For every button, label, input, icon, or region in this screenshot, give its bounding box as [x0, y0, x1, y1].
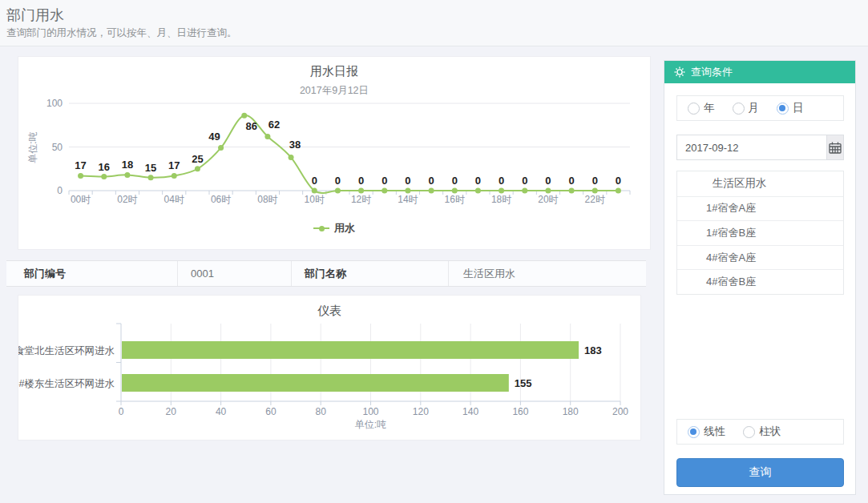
svg-text:00时: 00时	[71, 194, 91, 205]
radio-linear-label: 线性	[704, 425, 725, 439]
radio-day[interactable]: 日	[777, 101, 804, 115]
svg-text:120: 120	[413, 406, 429, 417]
svg-text:38: 38	[289, 139, 301, 151]
svg-text:50: 50	[52, 142, 63, 153]
calendar-button[interactable]	[826, 135, 844, 160]
svg-text:180: 180	[563, 406, 579, 417]
radio-month[interactable]: 月	[733, 101, 760, 115]
svg-text:0: 0	[312, 175, 317, 187]
period-radio-group: 年 月 日	[676, 95, 844, 121]
date-picker-group	[676, 135, 844, 160]
svg-text:0: 0	[499, 175, 504, 187]
radio-day-circle[interactable]	[777, 103, 789, 115]
legend-series-label: 用水	[334, 221, 355, 235]
svg-text:18: 18	[122, 159, 133, 171]
sidebar-header: 查询条件	[664, 61, 855, 83]
svg-text:0: 0	[358, 175, 364, 187]
department-info-table: 部门编号 0001 部门名称 生活区用水	[6, 260, 646, 287]
svg-text:0: 0	[592, 175, 598, 187]
svg-text:18时: 18时	[491, 194, 511, 205]
line-chart-title: 用水日报	[18, 64, 650, 79]
svg-text:02时: 02时	[117, 194, 137, 205]
radio-day-label: 日	[793, 101, 804, 115]
dept-code-label: 部门编号	[6, 261, 178, 286]
svg-text:15: 15	[145, 162, 156, 174]
bar-chart-title: 仪表	[18, 304, 640, 319]
svg-text:140: 140	[462, 406, 478, 417]
tree-item-dorm-4b[interactable]: 4#宿舍B座	[677, 269, 843, 294]
calendar-icon	[829, 142, 842, 154]
svg-text:14时: 14时	[398, 194, 418, 205]
radio-bar-circle[interactable]	[743, 426, 755, 438]
svg-text:20: 20	[166, 406, 177, 417]
gear-icon	[674, 66, 685, 78]
radio-year[interactable]: 年	[688, 101, 715, 115]
radio-bar[interactable]: 柱状	[743, 425, 781, 439]
dept-name-value: 生活区用水	[449, 261, 646, 286]
svg-text:0: 0	[475, 175, 481, 187]
tree-item-dorm-1a[interactable]: 1#宿舍A座	[677, 196, 843, 221]
page-title: 部门用水	[6, 6, 64, 25]
svg-text:0: 0	[568, 175, 574, 187]
query-conditions-sidebar: 查询条件 年 月 日 生活区用水 1#宿舍A座 1#宿舍B	[664, 60, 856, 495]
radio-month-label: 月	[749, 101, 760, 115]
svg-text:17: 17	[168, 159, 180, 171]
meter-chart-panel: 仪表 020406080100120140160180200183食堂北生活区环…	[18, 295, 641, 441]
daily-water-chart-panel: 用水日报 2017年9月12日 05010000时02时04时06时08时10时…	[18, 56, 651, 250]
sidebar-header-label: 查询条件	[691, 65, 733, 79]
radio-linear-circle[interactable]	[688, 426, 700, 438]
svg-text:200: 200	[612, 406, 628, 417]
svg-text:#楼东生活区环网进水: #楼东生活区环网进水	[19, 378, 115, 389]
svg-text:06时: 06时	[211, 194, 231, 205]
radio-year-circle[interactable]	[688, 103, 700, 115]
daily-usage-line-chart[interactable]: 05010000时02时04时06时08时10时12时14时16时18时20时2…	[18, 95, 652, 215]
svg-text:62: 62	[268, 119, 280, 131]
query-button[interactable]: 查询	[676, 458, 844, 487]
tree-item-living-area[interactable]: 生活区用水	[677, 171, 843, 196]
svg-text:0: 0	[335, 175, 341, 187]
svg-text:食堂北生活区环网进水: 食堂北生活区环网进水	[18, 345, 115, 356]
svg-text:183: 183	[584, 344, 602, 356]
radio-linear[interactable]: 线性	[688, 425, 725, 439]
svg-text:0: 0	[119, 406, 124, 417]
svg-text:160: 160	[512, 406, 528, 417]
tree-item-dorm-4a[interactable]: 4#宿舍A座	[677, 245, 843, 270]
svg-text:80: 80	[316, 406, 327, 417]
svg-text:20时: 20时	[538, 194, 558, 205]
svg-text:0: 0	[522, 175, 527, 187]
svg-text:25: 25	[192, 153, 203, 165]
svg-text:0: 0	[452, 175, 458, 187]
radio-month-circle[interactable]	[733, 103, 745, 115]
line-chart-legend[interactable]: 用水	[18, 221, 650, 235]
svg-text:86: 86	[246, 120, 257, 132]
svg-text:22时: 22时	[585, 194, 605, 205]
dept-code-value: 0001	[178, 261, 292, 286]
svg-text:0: 0	[405, 175, 410, 187]
svg-text:155: 155	[515, 377, 532, 389]
svg-text:0: 0	[57, 185, 63, 196]
svg-text:100: 100	[362, 406, 378, 417]
svg-text:0: 0	[545, 175, 551, 187]
meter-bar-chart[interactable]: 020406080100120140160180200183食堂北生活区环网进水…	[18, 320, 642, 441]
svg-text:04时: 04时	[164, 194, 184, 205]
svg-text:0: 0	[428, 175, 434, 187]
page-header: 部门用水 查询部门的用水情况，可以按年、月、日进行查询。	[0, 0, 868, 46]
svg-text:单位:吨: 单位:吨	[27, 131, 38, 163]
tree-item-dorm-1b[interactable]: 1#宿舍B座	[677, 220, 843, 245]
svg-text:40: 40	[216, 406, 227, 417]
department-tree-list: 生活区用水 1#宿舍A座 1#宿舍B座 4#宿舍A座 4#宿舍B座	[676, 171, 844, 295]
date-input[interactable]	[676, 135, 826, 160]
svg-text:0: 0	[616, 175, 621, 187]
svg-text:17: 17	[75, 159, 86, 171]
svg-text:49: 49	[208, 131, 220, 143]
page-subtitle: 查询部门的用水情况，可以按年、月、日进行查询。	[6, 26, 237, 40]
svg-text:12时: 12时	[351, 194, 371, 205]
svg-text:100: 100	[46, 98, 63, 109]
legend-line-marker	[313, 227, 329, 229]
chart-type-radio-group: 线性 柱状	[676, 419, 844, 445]
svg-text:16时: 16时	[445, 194, 465, 205]
dept-name-label: 部门名称	[292, 261, 449, 286]
svg-text:16: 16	[99, 161, 110, 173]
svg-text:单位:吨: 单位:吨	[355, 419, 386, 430]
svg-text:10时: 10时	[305, 194, 325, 205]
